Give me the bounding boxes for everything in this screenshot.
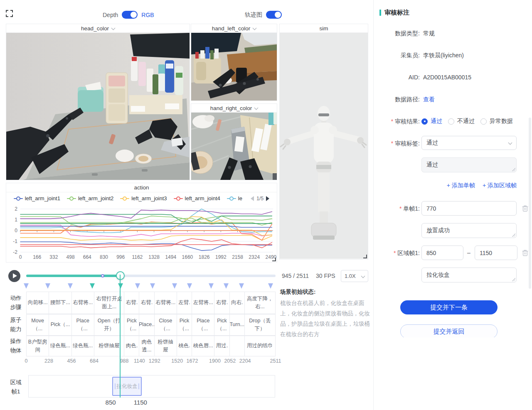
data-path-view-link[interactable]: 查看: [423, 96, 435, 103]
speed-value: 1.0X: [345, 273, 356, 279]
camera-title-head[interactable]: head_color: [6, 24, 190, 33]
table-cell[interactable]: Place（...: [192, 314, 214, 335]
region-start-input[interactable]: 850: [421, 246, 463, 260]
table-row-label: 动作步骤: [7, 294, 25, 312]
fullscreen-icon[interactable]: [6, 10, 13, 17]
region-grip-right[interactable]: [138, 383, 139, 389]
resize-grip-icon[interactable]: [512, 167, 515, 171]
add-region-frame-link[interactable]: + 添加区域帧: [483, 182, 517, 189]
table-cell[interactable]: 绿色瓶...: [49, 336, 71, 356]
legend-item[interactable]: le: [227, 195, 242, 201]
table-cell[interactable]: 右臂.: [139, 292, 154, 314]
table-cell[interactable]: 高度下降，右...: [245, 292, 275, 314]
add-single-frame-link[interactable]: + 添加单帧: [447, 182, 475, 189]
step-marker-icon[interactable]: [187, 283, 192, 289]
table-cell[interactable]: 向右.: [230, 292, 245, 314]
legend-item[interactable]: left_arm_joint3: [120, 195, 167, 201]
timeline-slider[interactable]: [26, 275, 276, 277]
step-marker-icon[interactable]: [45, 283, 50, 289]
submit-return-button[interactable]: 提交并返回: [400, 324, 498, 339]
step-marker-icon[interactable]: [135, 283, 140, 289]
play-button[interactable]: [8, 270, 20, 282]
table-cell[interactable]: 右臂.: [214, 292, 229, 314]
table-cell[interactable]: 粉饼抽屉: [155, 336, 177, 356]
legend-next-icon[interactable]: [266, 196, 269, 201]
table-cell[interactable]: Pick（...: [177, 314, 192, 335]
table-cell[interactable]: Close（...: [155, 314, 177, 335]
legend-item[interactable]: left_arm_joint1: [14, 195, 60, 201]
resize-handle[interactable]: [363, 255, 367, 258]
region-grip-left[interactable]: [115, 383, 116, 389]
table-cell[interactable]: Place（...: [72, 314, 94, 335]
table-cell[interactable]: Pick（...: [124, 314, 139, 335]
camera-title-hand-right[interactable]: hand_right_color: [191, 104, 277, 113]
region-frame-note[interactable]: 拉化妆盒: [421, 268, 517, 282]
single-frame-input[interactable]: 770: [421, 201, 517, 216]
table-cell[interactable]: B户型房间: [27, 336, 49, 356]
step-marker-icon[interactable]: [239, 283, 244, 289]
step-marker-icon[interactable]: [150, 283, 155, 289]
region-marker-icon[interactable]: [90, 283, 95, 289]
table-cell[interactable]: Move（...: [27, 314, 49, 335]
step-marker-icon[interactable]: [68, 283, 73, 289]
table-cell[interactable]: Pick（...: [214, 314, 229, 335]
submit-next-button[interactable]: 提交并下一条: [400, 300, 498, 314]
camera-title-label: hand_left_color: [212, 25, 250, 32]
review-scrollbar[interactable]: [529, 118, 531, 289]
table-cell[interactable]: 用过.: [214, 336, 229, 356]
table-cell[interactable]: 肉色透...: [139, 336, 154, 356]
table-cell[interactable]: 右臂将...: [72, 292, 94, 314]
table-cell[interactable]: 桃色唇...: [192, 336, 214, 356]
depth-rgb-switch[interactable]: [122, 11, 138, 19]
frame-axis-tick: 1520: [171, 358, 183, 364]
table-cell[interactable]: 右臂.: [124, 292, 139, 314]
resize-handle[interactable]: [272, 258, 276, 261]
legend-pager: 1/5: [251, 196, 269, 201]
step-marker-icon[interactable]: [172, 283, 177, 289]
table-cell[interactable]: 左臂将...: [192, 292, 214, 314]
trajectory-switch[interactable]: [266, 11, 282, 19]
step-marker-icon[interactable]: [224, 283, 229, 289]
single-frame-dot[interactable]: [101, 274, 104, 277]
trajectory-label: 轨迹图: [245, 11, 262, 19]
svg-text:996: 996: [116, 254, 125, 260]
svg-text:0: 0: [19, 254, 22, 260]
table-cell[interactable]: 右臂将...: [155, 292, 177, 314]
region-frame-block[interactable]: 拉化妆盒: [112, 377, 142, 396]
resize-grip-icon[interactable]: [512, 233, 515, 237]
step-marker-icon[interactable]: [24, 283, 29, 289]
legend-item[interactable]: left_arm_joint4: [174, 195, 220, 201]
delete-region-frame-icon[interactable]: [522, 249, 528, 256]
table-cell[interactable]: [230, 336, 245, 356]
table-cell[interactable]: 用过的纸巾: [245, 336, 275, 356]
table-cell[interactable]: 肉色.: [124, 336, 139, 356]
speed-select[interactable]: 1.0X: [341, 270, 368, 282]
region-marker-icon[interactable]: [118, 283, 123, 289]
table-cell[interactable]: Turn...: [230, 314, 245, 335]
legend-marker-icon: [174, 196, 183, 201]
aid-label: AID:: [374, 74, 420, 81]
table-cell[interactable]: Place..: [139, 314, 154, 335]
result-radio-2[interactable]: 异常数据: [480, 118, 513, 125]
result-radio-0[interactable]: 通过: [421, 118, 442, 125]
review-tag-select[interactable]: 通过: [421, 136, 517, 150]
camera-title-hand-left[interactable]: hand_left_color: [191, 24, 277, 33]
review-tag-note[interactable]: 通过: [421, 157, 517, 172]
svg-text:498: 498: [66, 254, 75, 260]
step-marker-icon[interactable]: [209, 283, 214, 289]
region-end-input[interactable]: 1150: [475, 246, 517, 260]
table-cell[interactable]: 桃色.: [177, 336, 192, 356]
table-cell[interactable]: 腰部下...: [49, 292, 71, 314]
resize-grip-icon[interactable]: [512, 277, 515, 281]
single-frame-note[interactable]: 放置成功: [421, 223, 517, 238]
table-cell[interactable]: 左臂.: [177, 292, 192, 314]
table-cell[interactable]: 绿色瓶...: [72, 336, 94, 356]
table-cell[interactable]: 向前移...: [27, 292, 49, 314]
table-cell[interactable]: Drop（丢下）: [245, 314, 275, 335]
table-cell[interactable]: Pick（...: [49, 314, 71, 335]
result-radio-1[interactable]: 不通过: [448, 118, 475, 125]
step-marker-icon[interactable]: [268, 283, 273, 289]
legend-prev-icon[interactable]: [251, 196, 254, 201]
delete-single-frame-icon[interactable]: [522, 205, 528, 212]
legend-item[interactable]: left_arm_joint2: [67, 195, 113, 201]
